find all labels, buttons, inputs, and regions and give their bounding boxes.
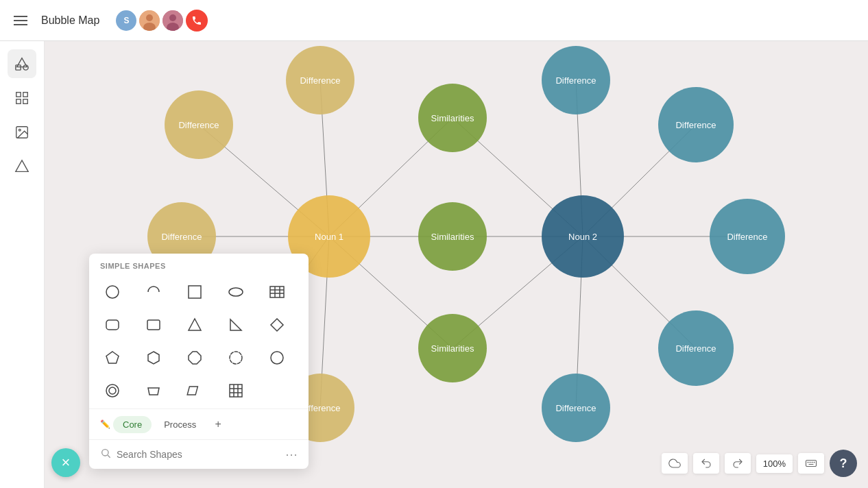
shape-parallelogram[interactable] [180, 376, 210, 406]
image-sidebar-icon[interactable] [8, 118, 36, 147]
search-shapes-input[interactable] [117, 449, 280, 460]
grid-sidebar-icon[interactable] [8, 84, 36, 112]
svg-rect-11 [23, 99, 27, 103]
keyboard-button[interactable] [798, 453, 824, 474]
shapes-panel: SIMPLE SHAPES [89, 254, 309, 469]
undo-button[interactable] [693, 453, 719, 474]
svg-line-80 [108, 455, 110, 458]
redo-button[interactable] [725, 453, 751, 474]
shape-triangle[interactable] [180, 310, 210, 340]
diagram-sidebar-icon[interactable] [8, 152, 36, 181]
canvas-area[interactable]: Noun 1Noun 2SimilaritiesSimilaritiesSimi… [45, 41, 868, 488]
svg-text:Difference: Difference [555, 403, 596, 413]
shape-table[interactable] [262, 277, 292, 307]
svg-point-4 [169, 14, 176, 21]
collaborators: S [116, 10, 208, 32]
svg-text:Similarities: Similarities [431, 113, 474, 123]
svg-rect-8 [16, 93, 21, 97]
svg-rect-74 [230, 385, 242, 397]
svg-point-71 [271, 352, 283, 364]
shape-square[interactable] [180, 277, 210, 307]
shape-dodecagon[interactable] [262, 343, 292, 373]
shape-ellipse[interactable] [221, 277, 251, 307]
search-more-button[interactable]: ⋯ [285, 447, 298, 462]
fab-close-button[interactable]: × [51, 448, 80, 477]
svg-rect-81 [806, 461, 817, 467]
shape-right-triangle[interactable] [221, 310, 251, 340]
shape-circle[interactable] [97, 277, 128, 307]
svg-rect-68 [106, 320, 119, 330]
shapes-search: ⋯ [89, 439, 309, 469]
svg-rect-63 [270, 286, 284, 297]
svg-text:Similarities: Similarities [431, 343, 474, 354]
svg-point-1 [146, 14, 153, 21]
svg-point-70 [230, 352, 242, 364]
left-sidebar [0, 41, 45, 488]
svg-rect-69 [147, 320, 160, 330]
zoom-display: 100% [756, 454, 793, 473]
avatar-s: S [116, 10, 136, 31]
svg-point-7 [23, 65, 28, 70]
shapes-tabs: ✏️ Core Process + [89, 408, 309, 439]
help-button[interactable]: ? [830, 450, 857, 477]
svg-rect-6 [16, 65, 21, 70]
svg-text:Similarities: Similarities [431, 232, 474, 242]
svg-point-79 [102, 450, 108, 456]
main-container: Noun 1Noun 2SimilaritiesSimilaritiesSimi… [0, 41, 868, 488]
svg-point-60 [106, 286, 119, 298]
svg-text:Difference: Difference [161, 232, 202, 242]
svg-rect-10 [16, 99, 21, 103]
menu-button[interactable] [11, 13, 30, 28]
shape-grid[interactable] [221, 376, 251, 406]
shape-rounded-rect2[interactable] [138, 310, 169, 340]
shape-arc[interactable] [138, 277, 169, 307]
shape-trapezoid[interactable] [138, 376, 169, 406]
shape-decagon[interactable] [221, 343, 251, 373]
svg-text:Difference: Difference [675, 343, 716, 354]
svg-point-62 [229, 288, 243, 296]
shape-hexagon[interactable] [138, 343, 169, 373]
shape-rounded-rect[interactable] [97, 310, 128, 340]
avatar-1 [139, 10, 160, 31]
app-title: Bubble Map [41, 14, 99, 27]
svg-text:Difference: Difference [555, 75, 596, 86]
shapes-section-header: SIMPLE SHAPES [89, 254, 309, 274]
svg-rect-9 [23, 93, 27, 97]
svg-text:Difference: Difference [727, 232, 767, 242]
bottom-bar: 100% ? [662, 450, 857, 477]
shapes-sidebar-icon[interactable] [8, 49, 36, 78]
svg-text:Noun  1: Noun 1 [315, 232, 343, 242]
header: Bubble Map S [0, 0, 868, 41]
shape-pentagon[interactable] [97, 343, 128, 373]
tab-core[interactable]: Core [113, 416, 152, 433]
svg-text:Noun  2: Noun 2 [568, 232, 597, 242]
search-icon [100, 448, 111, 461]
svg-text:Difference: Difference [178, 120, 219, 130]
shape-diamond[interactable] [262, 310, 292, 340]
tab-add-button[interactable]: + [208, 415, 228, 434]
call-button[interactable] [186, 10, 208, 32]
tab-pencil-icon: ✏️ [100, 419, 110, 429]
avatar-2 [162, 10, 183, 31]
tab-process[interactable]: Process [154, 416, 206, 433]
svg-text:Difference: Difference [675, 120, 716, 130]
cloud-button[interactable] [662, 453, 688, 474]
shape-octagon[interactable] [180, 343, 210, 373]
svg-point-72 [106, 385, 119, 397]
svg-point-13 [19, 129, 21, 131]
svg-text:Difference: Difference [300, 75, 340, 86]
svg-point-73 [109, 387, 116, 394]
shape-circle2[interactable] [97, 376, 128, 406]
svg-rect-61 [189, 286, 201, 298]
shapes-grid [89, 274, 309, 408]
